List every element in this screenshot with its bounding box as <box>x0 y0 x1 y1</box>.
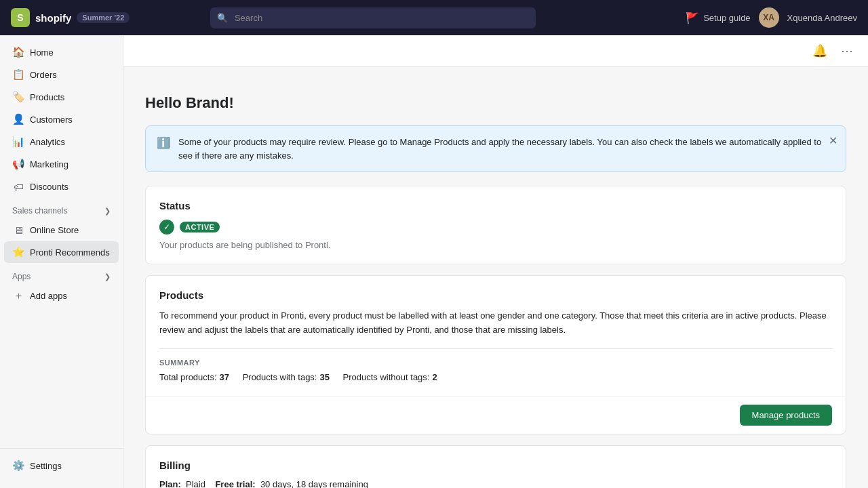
sidebar-item-discounts[interactable]: 🏷 Discounts <box>4 176 119 197</box>
customers-icon: 👤 <box>12 113 24 125</box>
summary-stats: Total products: 37 Products with tags: 3… <box>159 372 832 382</box>
sidebar-item-label: Orders <box>30 70 57 80</box>
info-icon: ℹ️ <box>157 136 170 149</box>
with-tags-label: Products with tags: <box>243 372 317 382</box>
sidebar-item-label: Discounts <box>30 182 68 192</box>
sidebar-item-home[interactable]: 🏠 Home <box>4 41 119 63</box>
avatar: XA <box>759 7 779 28</box>
trial-label: Free trial: <box>215 479 255 488</box>
products-icon: 🏷️ <box>12 91 24 103</box>
status-check-icon: ✓ <box>159 220 174 235</box>
search-input[interactable] <box>210 7 536 28</box>
sidebar-item-customers[interactable]: 👤 Customers <box>4 108 119 130</box>
sidebar-item-add-apps[interactable]: ＋ Add apps <box>4 285 119 306</box>
marketing-icon: 📢 <box>12 158 24 170</box>
notification-icon-button[interactable]: 🔔 <box>808 41 831 61</box>
billing-card-title: Billing <box>159 460 832 471</box>
chevron-right-icon-apps: ❯ <box>104 272 111 281</box>
page-title: Hello Brand! <box>145 94 234 112</box>
billing-row: Plan: Plaid Free trial: 30 days, 18 days… <box>159 479 832 488</box>
sidebar-item-marketing[interactable]: 📢 Marketing <box>4 153 119 175</box>
products-card-body: Products To recommend your product in Pr… <box>146 276 846 396</box>
analytics-icon: 📊 <box>12 136 24 148</box>
setup-guide-label: Setup guide <box>703 13 750 23</box>
total-products-label: Total products: <box>159 372 217 382</box>
plan-value: Plaid <box>186 479 205 488</box>
sidebar-item-label: Settings <box>30 461 62 471</box>
sidebar-item-label: Online Store <box>30 225 79 235</box>
status-row: ✓ ACTIVE <box>159 220 832 235</box>
summary-section: SUMMARY Total products: 37 Products with… <box>159 348 832 382</box>
products-description: To recommend your product in Pronti, eve… <box>159 309 832 338</box>
status-card-body: Status ✓ ACTIVE Your products are being … <box>146 186 846 264</box>
summer-badge: Summer '22 <box>77 12 130 23</box>
search-icon: 🔍 <box>217 13 228 23</box>
main-content: Hello Brand! ℹ️ Some of your products ma… <box>123 67 868 488</box>
trial-value: 30 days, 18 days remaining <box>260 479 368 488</box>
sidebar-item-settings[interactable]: ⚙️ Settings <box>4 455 119 476</box>
sidebar-item-label: Add apps <box>30 291 67 301</box>
total-products-value: 37 <box>220 372 229 382</box>
summary-label: SUMMARY <box>159 359 832 367</box>
layout: 🏠 Home 📋 Orders 🏷️ Products 👤 Customers … <box>0 35 868 488</box>
online-store-icon: 🖥 <box>12 224 24 236</box>
sidebar: 🏠 Home 📋 Orders 🏷️ Products 👤 Customers … <box>0 35 123 488</box>
setup-guide-button[interactable]: 🚩 Setup guide <box>686 12 750 24</box>
page-header: Hello Brand! <box>145 94 846 112</box>
sales-channels-header: Sales channels ❯ <box>0 198 123 218</box>
status-card: Status ✓ ACTIVE Your products are being … <box>145 186 846 264</box>
without-tags-value: 2 <box>432 372 437 382</box>
content-topbar: 🔔 ⋯ <box>123 35 868 67</box>
main-wrapper: 🔔 ⋯ Hello Brand! ℹ️ Some of your product… <box>123 35 868 488</box>
billing-card: Billing Plan: Plaid Free trial: 30 days,… <box>145 445 846 488</box>
sidebar-item-label: Marketing <box>30 159 68 169</box>
discounts-icon: 🏷 <box>12 180 24 192</box>
with-tags-value: 35 <box>319 372 329 382</box>
orders-icon: 📋 <box>12 68 24 81</box>
alert-banner: ℹ️ Some of your products may require rev… <box>145 125 846 172</box>
sidebar-footer: ⚙️ Settings <box>0 448 123 488</box>
status-card-title: Status <box>159 200 832 211</box>
add-icon: ＋ <box>12 289 24 302</box>
manage-products-button[interactable]: Manage products <box>740 405 832 426</box>
sidebar-item-label: Pronti Recommends <box>30 247 110 258</box>
products-card: Products To recommend your product in Pr… <box>145 275 846 434</box>
sidebar-item-orders[interactable]: 📋 Orders <box>4 64 119 85</box>
alert-text: Some of your products may require review… <box>178 136 835 162</box>
search-bar[interactable]: 🔍 <box>210 7 536 28</box>
top-navigation: S shopify Summer '22 🔍 🚩 Setup guide XA … <box>0 0 868 35</box>
sidebar-item-pronti-recommends[interactable]: ⭐ Pronti Recommends <box>4 241 119 263</box>
alert-close-button[interactable]: ✕ <box>829 134 837 147</box>
sidebar-item-label: Products <box>30 92 64 102</box>
logo-text: shopify <box>35 12 71 24</box>
content-area: Hello Brand! ℹ️ Some of your products ma… <box>145 83 846 488</box>
products-card-title: Products <box>159 289 832 301</box>
more-options-button[interactable]: ⋯ <box>837 41 857 61</box>
sidebar-item-label: Home <box>30 47 54 58</box>
status-badge: ACTIVE <box>180 222 220 232</box>
pronti-icon: ⭐ <box>12 246 24 258</box>
flag-icon: 🚩 <box>686 12 699 24</box>
status-description: Your products are being published to Pro… <box>159 240 832 250</box>
logo-icon: S <box>11 8 30 27</box>
chevron-right-icon: ❯ <box>104 207 111 216</box>
sidebar-nav: 🏠 Home 📋 Orders 🏷️ Products 👤 Customers … <box>0 35 123 443</box>
topbar-right: 🚩 Setup guide XA Xquenda Andreev <box>686 7 857 28</box>
sidebar-item-online-store[interactable]: 🖥 Online Store <box>4 219 119 241</box>
sidebar-item-products[interactable]: 🏷️ Products <box>4 86 119 108</box>
without-tags-label: Products without tags: <box>343 372 430 382</box>
products-card-footer: Manage products <box>146 396 846 434</box>
user-name: Xquenda Andreev <box>787 13 857 23</box>
settings-icon: ⚙️ <box>12 460 24 472</box>
sidebar-item-label: Analytics <box>30 137 65 147</box>
apps-header: Apps ❯ <box>0 264 123 284</box>
sidebar-item-analytics[interactable]: 📊 Analytics <box>4 131 119 152</box>
billing-card-body: Billing Plan: Plaid Free trial: 30 days,… <box>146 446 846 488</box>
logo[interactable]: S shopify Summer '22 <box>11 8 130 27</box>
sidebar-item-label: Customers <box>30 115 73 125</box>
plan-label: Plan: <box>159 479 181 488</box>
home-icon: 🏠 <box>12 46 24 58</box>
